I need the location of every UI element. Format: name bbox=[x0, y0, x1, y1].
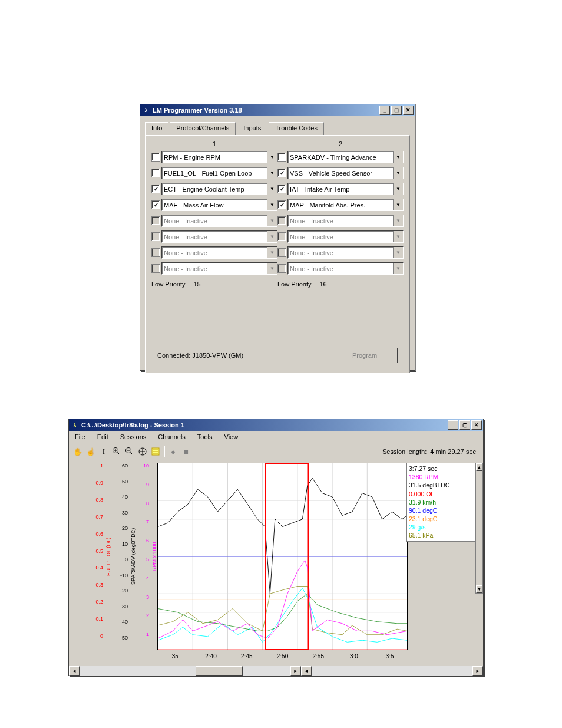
chevron-down-icon[interactable]: ▼ bbox=[393, 151, 403, 163]
col2-row2-checkbox[interactable] bbox=[277, 185, 286, 193]
col2-row5-combo: None - Inactive▼ bbox=[287, 230, 404, 243]
maximize-button[interactable]: ▢ bbox=[391, 106, 402, 115]
chevron-down-icon: ▼ bbox=[393, 247, 403, 258]
hsb1-left[interactable]: ◄ bbox=[69, 666, 80, 676]
col1-row3-checkbox[interactable] bbox=[151, 200, 160, 209]
y-tick: 0.1 bbox=[91, 616, 104, 633]
titlebar[interactable]: λ C:\...\Desktop\tr8b.log - Session 1 _ … bbox=[69, 419, 483, 431]
y-tick: 0 bbox=[91, 633, 104, 650]
input-row: FUEL1_OL - Fuel1 Open Loop▼VSS - Vehicle… bbox=[151, 167, 404, 179]
plot-canvas[interactable] bbox=[157, 463, 408, 650]
col1-row4-combo: None - Inactive▼ bbox=[161, 215, 277, 227]
chevron-down-icon[interactable]: ▼ bbox=[267, 167, 277, 179]
hsb2-track[interactable] bbox=[312, 666, 472, 676]
col2-row2-combo[interactable]: IAT - Intake Air Temp▼ bbox=[287, 183, 404, 195]
notes-icon[interactable] bbox=[149, 445, 162, 458]
hsb1-thumb[interactable] bbox=[196, 666, 243, 676]
col1-row0-combo-value: RPM - Engine RPM bbox=[162, 154, 267, 161]
col2-row0-combo[interactable]: SPARKADV - Timing Advance▼ bbox=[287, 151, 404, 163]
session-length: Session length: 4 min 29.27 sec bbox=[382, 448, 481, 455]
hsb1-right[interactable]: ► bbox=[290, 666, 301, 676]
x-tick: 2:55 bbox=[300, 653, 336, 660]
tab-info[interactable]: Info bbox=[145, 122, 168, 135]
col1-row2-combo[interactable]: ECT - Engine Coolant Temp▼ bbox=[161, 183, 277, 195]
col1-row1-combo[interactable]: FUEL1_OL - Fuel1 Open Loop▼ bbox=[161, 167, 277, 179]
chevron-down-icon[interactable]: ▼ bbox=[393, 183, 403, 195]
col1-row2-checkbox[interactable] bbox=[151, 185, 160, 193]
col2-row3-checkbox[interactable] bbox=[277, 200, 286, 209]
column-2-header: 2 bbox=[277, 140, 404, 147]
y-tick: -10 bbox=[116, 572, 129, 588]
x-tick: 3:5 bbox=[372, 653, 408, 660]
titlebar[interactable]: λ LM Programmer Version 3.18 _ ▢ ✕ bbox=[140, 104, 415, 116]
zoom-out-icon[interactable] bbox=[123, 445, 136, 458]
col1-row5-checkbox bbox=[151, 232, 160, 241]
col1-row0-combo[interactable]: RPM - Engine RPM▼ bbox=[161, 151, 277, 163]
close-button[interactable]: ✕ bbox=[471, 420, 482, 430]
y-tick: 8 bbox=[140, 500, 150, 519]
col2-row1-combo[interactable]: VSS - Vehicle Speed Sensor▼ bbox=[287, 167, 404, 179]
stop-icon[interactable]: ■ bbox=[180, 445, 193, 458]
y-axis-sparkadv-label: SPARKADV (degBTDC) bbox=[129, 463, 137, 650]
col1-row0-checkbox[interactable] bbox=[151, 153, 160, 162]
tab-protocol-channels[interactable]: Protocol/Channels bbox=[170, 122, 236, 135]
menu-edit[interactable]: Edit bbox=[92, 432, 113, 442]
tab-bar: Info Protocol/Channels Inputs Trouble Co… bbox=[145, 122, 410, 135]
maximize-button[interactable]: ▢ bbox=[459, 420, 470, 430]
menu-file[interactable]: File bbox=[70, 432, 90, 442]
scroll-up-icon[interactable]: ▲ bbox=[476, 463, 482, 471]
chevron-down-icon[interactable]: ▼ bbox=[267, 183, 277, 195]
col1-row1-checkbox[interactable] bbox=[151, 169, 160, 177]
menu-sessions[interactable]: Sessions bbox=[115, 432, 151, 442]
hand-tool-icon[interactable]: ✋ bbox=[71, 445, 84, 458]
column-1-header: 1 bbox=[151, 140, 277, 147]
y-tick: 3 bbox=[140, 594, 150, 613]
col2-row1-checkbox[interactable] bbox=[277, 169, 286, 177]
zoom-in-icon[interactable] bbox=[110, 445, 123, 458]
chevron-down-icon[interactable]: ▼ bbox=[393, 167, 403, 179]
text-cursor-icon[interactable]: I bbox=[97, 445, 110, 458]
tab-trouble-codes[interactable]: Trouble Codes bbox=[269, 122, 324, 135]
col1-row4-checkbox bbox=[151, 216, 160, 225]
pointer-tool-icon[interactable]: ☝ bbox=[84, 445, 97, 458]
tab-inputs[interactable]: Inputs bbox=[237, 121, 267, 134]
chevron-down-icon[interactable]: ▼ bbox=[267, 199, 277, 210]
hsb2-left[interactable]: ◄ bbox=[301, 666, 312, 676]
zoom-fit-icon[interactable] bbox=[136, 445, 149, 458]
hsb1-track[interactable] bbox=[80, 666, 290, 676]
chevron-down-icon: ▼ bbox=[267, 263, 277, 274]
hsb2-right[interactable]: ► bbox=[472, 666, 483, 676]
menu-view[interactable]: View bbox=[220, 432, 243, 442]
input-row: None - Inactive▼None - Inactive▼ bbox=[151, 230, 404, 243]
y-tick: 0.6 bbox=[91, 531, 104, 548]
col2-row7-combo-value: None - Inactive bbox=[288, 265, 393, 272]
chevron-down-icon[interactable]: ▼ bbox=[393, 199, 403, 210]
toolbar-separator bbox=[164, 446, 165, 457]
legend-item: 23.1 degC bbox=[409, 515, 474, 523]
record-icon[interactable]: ● bbox=[167, 445, 180, 458]
col2-row0-checkbox[interactable] bbox=[277, 153, 286, 162]
col2-row3-combo[interactable]: MAP - Manifold Abs. Pres.▼ bbox=[287, 199, 404, 211]
chevron-down-icon[interactable]: ▼ bbox=[267, 151, 277, 163]
minimize-button[interactable]: _ bbox=[448, 420, 458, 430]
y-tick: 7 bbox=[140, 519, 150, 538]
legend-scrollbar[interactable]: ▲ ▼ bbox=[475, 463, 483, 594]
col2-row3-combo-value: MAP - Manifold Abs. Pres. bbox=[288, 202, 393, 209]
col1-row3-combo-value: MAF - Mass Air Flow bbox=[162, 202, 267, 209]
low-priority-1-value: 15 bbox=[193, 281, 200, 288]
minimize-button[interactable]: _ bbox=[379, 106, 390, 115]
selection-rectangle[interactable] bbox=[265, 463, 309, 650]
toolbar: ✋ ☝ I ● ■ Session length: 4 min 29.27 se… bbox=[69, 443, 483, 460]
app-icon: λ bbox=[141, 106, 151, 115]
low-priority-2-value: 16 bbox=[319, 281, 326, 288]
y-tick: 0.7 bbox=[91, 514, 104, 531]
col1-row3-combo[interactable]: MAF - Mass Air Flow▼ bbox=[161, 199, 277, 211]
menu-channels[interactable]: Channels bbox=[153, 432, 190, 442]
close-button[interactable]: ✕ bbox=[403, 106, 414, 115]
scroll-down-icon[interactable]: ▼ bbox=[476, 585, 482, 593]
menu-tools[interactable]: Tools bbox=[193, 432, 217, 442]
y-tick: -40 bbox=[116, 619, 129, 635]
legend-item: 31.9 km/h bbox=[409, 498, 474, 506]
program-button[interactable]: Program bbox=[332, 348, 398, 363]
col2-row5-combo-value: None - Inactive bbox=[288, 233, 393, 241]
